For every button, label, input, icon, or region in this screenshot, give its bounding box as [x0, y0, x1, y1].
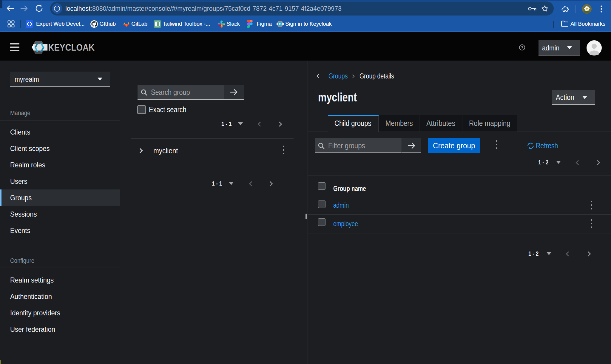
svg-text:KEYCLOAK: KEYCLOAK	[48, 42, 95, 53]
svg-text:?: ?	[521, 45, 523, 50]
